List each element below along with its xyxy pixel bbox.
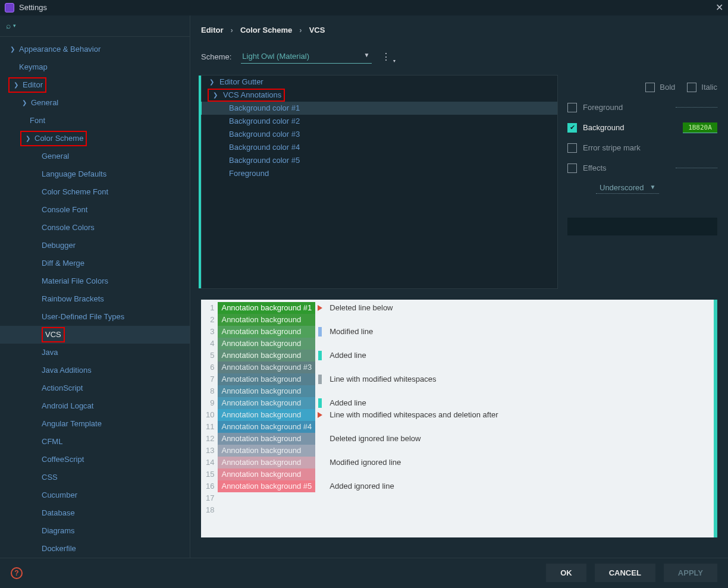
background-checkbox[interactable]: ✔: [567, 123, 577, 133]
sidebar-item[interactable]: Language Defaults: [0, 165, 190, 183]
background-row: ✔ Background 1B820A: [567, 118, 717, 138]
sidebar: ⌕▾ ❯Appearance & BehaviorKeymap❯Editor❯G…: [0, 15, 190, 558]
sidebar-item-label: Console Colors: [42, 223, 95, 232]
sidebar-item[interactable]: Database: [0, 504, 190, 522]
sidebar-item[interactable]: Rainbow Brackets: [0, 290, 190, 308]
background-label: Background: [583, 123, 624, 132]
breadcrumb-item[interactable]: Editor: [201, 26, 224, 34]
annotation-cell: Annotation background #1: [218, 302, 315, 314]
apply-button[interactable]: APPLY: [664, 564, 717, 582]
bold-checkbox[interactable]: [645, 83, 655, 92]
help-icon[interactable]: ?: [11, 567, 23, 579]
settings-tree[interactable]: ❯Appearance & BehaviorKeymap❯Editor❯Gene…: [0, 37, 190, 558]
bold-label: Bold: [660, 83, 675, 92]
search-row[interactable]: ⌕▾: [0, 15, 190, 37]
sidebar-item[interactable]: Angular Template: [0, 415, 190, 433]
sidebar-item-label: General: [31, 98, 58, 107]
breadcrumb-item[interactable]: Color Scheme: [240, 26, 292, 34]
sidebar-item[interactable]: Java Additions: [0, 361, 190, 379]
line-number: 18: [206, 504, 214, 516]
code-line: [330, 468, 498, 480]
sidebar-item-label: User-Defined File Types: [42, 312, 124, 321]
code-line: Deleted ignored line below: [330, 433, 498, 445]
chevron-down-icon: ▼: [650, 184, 656, 190]
attr-label: Background color #4: [229, 143, 300, 152]
foreground-swatch[interactable]: [676, 107, 717, 108]
sidebar-item[interactable]: User-Defined File Types: [0, 308, 190, 326]
attr-tree-row[interactable]: Background color #4: [202, 141, 557, 154]
sidebar-item[interactable]: Java: [0, 344, 190, 361]
sidebar-item[interactable]: ❯Appearance & Behavior: [0, 40, 190, 58]
sidebar-item[interactable]: Diff & Merge: [0, 254, 190, 272]
attr-label: Background color #1: [229, 103, 300, 112]
sidebar-item[interactable]: Console Font: [0, 201, 190, 219]
attr-tree-row[interactable]: Background color #1: [202, 102, 557, 115]
code-line: [330, 338, 498, 350]
annotation-cell: Annotation background #5: [218, 480, 315, 492]
scheme-select[interactable]: Light Owl (Material) ▼: [241, 51, 372, 64]
attr-tree-row[interactable]: Background color #3: [202, 128, 557, 141]
sidebar-item[interactable]: General: [0, 147, 190, 165]
attr-tree-row[interactable]: Foreground: [202, 167, 557, 180]
sidebar-item-label: Diagrams: [42, 526, 75, 535]
cancel-button[interactable]: CANCEL: [595, 564, 655, 582]
effects-checkbox[interactable]: [567, 163, 577, 173]
gear-icon[interactable]: ⋮: [381, 51, 391, 62]
sidebar-item-label: CoffeeScript: [42, 455, 84, 464]
attr-tree-row[interactable]: Background color #5: [202, 154, 557, 167]
effects-swatch[interactable]: [676, 168, 717, 168]
sidebar-item-label: Editor: [23, 80, 43, 89]
line-number: 12: [206, 433, 214, 445]
code-line: [330, 314, 498, 326]
effects-type-select[interactable]: Underscored ▼: [596, 182, 659, 194]
code-line: Deleted line below: [330, 302, 498, 314]
sidebar-item[interactable]: ❯Color Scheme: [0, 130, 190, 147]
sidebar-item[interactable]: Console Colors: [0, 219, 190, 237]
chevron-down-icon: ▼: [363, 52, 369, 58]
sidebar-item[interactable]: Dockerfile: [0, 540, 190, 558]
sidebar-item[interactable]: VCS: [0, 326, 190, 344]
code-line: Modified ignored line: [330, 457, 498, 468]
annotation-cell: Annotation background: [218, 433, 315, 445]
change-mark: [315, 421, 325, 433]
annotation-cell: Annotation background #4: [218, 421, 315, 433]
background-swatch[interactable]: 1B820A: [683, 122, 717, 133]
annotation-column: Annotation background #1Annotation backg…: [218, 300, 315, 537]
italic-checkbox[interactable]: [687, 83, 696, 92]
sidebar-item[interactable]: CSS: [0, 468, 190, 486]
attr-tree-row[interactable]: ❯Editor Gutter: [202, 76, 557, 89]
attr-tree-row[interactable]: Background color #2: [202, 115, 557, 128]
attr-tree-row[interactable]: ❯VCS Annotations: [202, 89, 557, 102]
ok-button[interactable]: OK: [546, 564, 586, 582]
annotation-cell: Annotation background: [218, 314, 315, 326]
line-number: 4: [206, 338, 214, 350]
preview-editor[interactable]: 123456789101112131415161718 Annotation b…: [201, 300, 717, 537]
italic-label: Italic: [701, 83, 717, 92]
breadcrumb-item[interactable]: VCS: [309, 26, 325, 34]
sidebar-item[interactable]: Keymap: [0, 58, 190, 76]
sidebar-item[interactable]: Android Logcat: [0, 397, 190, 415]
annotation-cell: Annotation background: [218, 457, 315, 468]
error-stripe-checkbox[interactable]: [567, 143, 577, 153]
sidebar-item[interactable]: ❯General: [0, 94, 190, 112]
annotation-cell: Annotation background: [218, 468, 315, 480]
code-line: Added ignored line: [330, 480, 498, 492]
sidebar-item[interactable]: Cucumber: [0, 486, 190, 504]
close-icon[interactable]: ✕: [716, 2, 723, 13]
scrollbar[interactable]: [714, 300, 717, 537]
sidebar-item[interactable]: CFML: [0, 433, 190, 451]
sidebar-item[interactable]: CoffeeScript: [0, 451, 190, 468]
sidebar-item[interactable]: ❯Editor: [0, 76, 190, 94]
attribute-tree[interactable]: ❯Editor Gutter❯VCS AnnotationsBackground…: [201, 75, 558, 289]
sidebar-item-label: Java: [42, 348, 58, 357]
sidebar-item[interactable]: Material File Colors: [0, 272, 190, 290]
sidebar-item[interactable]: ActionScript: [0, 379, 190, 397]
font-style-row: Bold Italic: [567, 77, 717, 98]
foreground-checkbox[interactable]: [567, 103, 577, 112]
sidebar-item[interactable]: Debugger: [0, 237, 190, 254]
error-stripe-row: Error stripe mark: [567, 138, 717, 158]
sidebar-item[interactable]: Font: [0, 112, 190, 130]
annotation-cell: Annotation background: [218, 338, 315, 350]
sidebar-item[interactable]: Color Scheme Font: [0, 183, 190, 201]
sidebar-item[interactable]: Diagrams: [0, 522, 190, 540]
